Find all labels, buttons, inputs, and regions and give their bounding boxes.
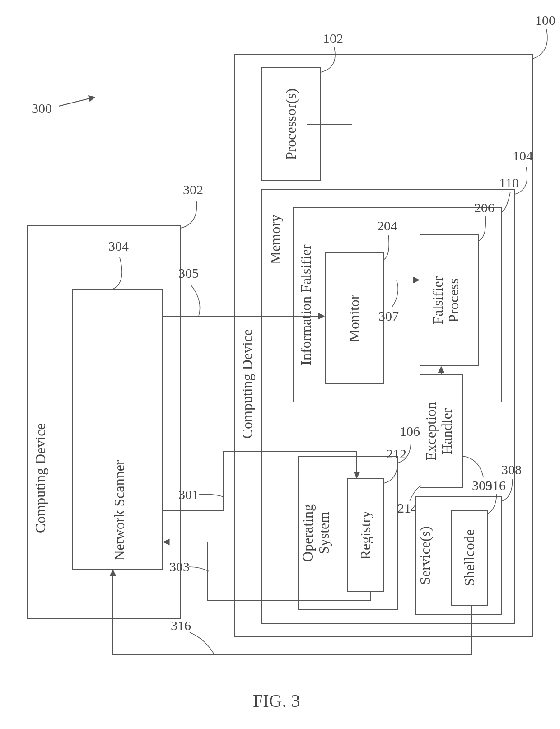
arrow-300 [59, 97, 95, 106]
ref-102: 102 [323, 31, 343, 46]
leader-302 [181, 201, 197, 228]
label-falsifier-process-2: Process [445, 278, 462, 322]
leader-305 [191, 285, 200, 316]
ref-300: 300 [32, 101, 52, 116]
leader-301 [199, 494, 224, 497]
ref-204: 204 [377, 218, 397, 233]
ref-316-inner: 316 [485, 478, 506, 493]
ref-303: 303 [169, 559, 190, 574]
label-exception-handler-2: Handler [439, 408, 455, 454]
label-info-falsifier: Information Falsifier [298, 244, 314, 365]
ref-212: 212 [386, 446, 406, 461]
ref-308: 308 [501, 462, 522, 477]
leader-100 [533, 29, 547, 59]
ref-206: 206 [474, 200, 495, 215]
ref-100: 100 [535, 13, 555, 28]
ref-307: 307 [378, 308, 399, 323]
ref-110: 110 [499, 175, 519, 190]
leader-316-arrow [190, 632, 215, 655]
label-computing-device-right: Computing Device [239, 329, 255, 439]
label-monitor: Monitor [346, 294, 362, 342]
label-os-2: System [316, 512, 332, 554]
label-falsifier-process-1: Falsifier [429, 276, 446, 324]
ref-302: 302 [183, 182, 203, 197]
ref-316-arrow: 316 [171, 618, 191, 633]
leader-303 [189, 567, 209, 571]
diagram-canvas: Computing Device 302 Network Scanner 304… [0, 0, 560, 729]
label-memory: Memory [267, 215, 283, 264]
label-exception-handler-1: Exception [423, 402, 439, 461]
label-os-1: Operating [299, 504, 316, 562]
ref-104: 104 [513, 148, 533, 163]
label-registry: Registry [357, 511, 373, 560]
label-processors: Processor(s) [283, 89, 299, 160]
label-network-scanner: Network Scanner [111, 460, 127, 561]
figure-label: FIG. 3 [253, 691, 300, 711]
ref-304: 304 [108, 238, 129, 253]
ref-301: 301 [178, 487, 199, 502]
ref-106: 106 [400, 424, 420, 439]
ref-305: 305 [178, 266, 199, 280]
label-computing-device-left: Computing Device [32, 423, 48, 533]
ref-214: 214 [397, 500, 418, 515]
label-services: Service(s) [417, 526, 433, 585]
label-shellcode: Shellcode [461, 529, 477, 586]
